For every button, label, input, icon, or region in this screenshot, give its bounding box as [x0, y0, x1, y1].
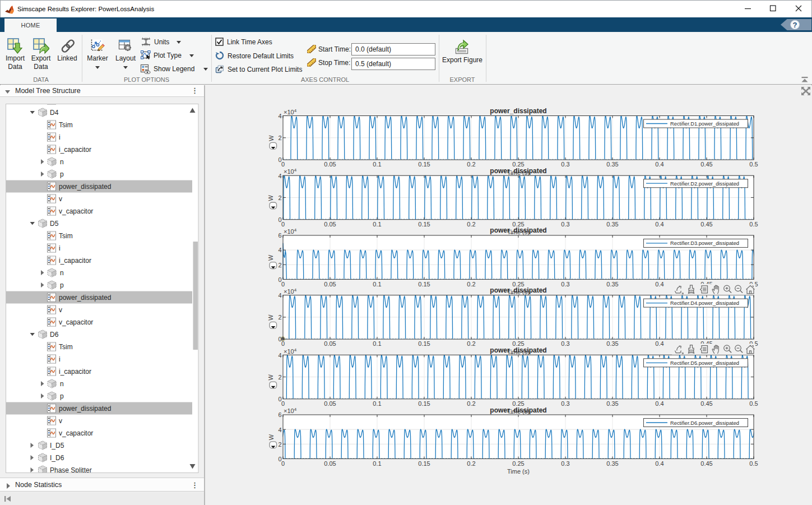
- svg-text:power_dissipated: power_dissipated: [490, 107, 546, 115]
- svg-text:4: 4: [278, 427, 281, 433]
- svg-text:power_dissipated: power_dissipated: [490, 346, 546, 354]
- svg-text:0.3: 0.3: [561, 161, 569, 168]
- svg-text:2: 2: [278, 314, 281, 321]
- svg-text:0.5: 0.5: [749, 221, 758, 228]
- svg-text:0.2: 0.2: [467, 161, 475, 168]
- svg-text:0.4: 0.4: [655, 400, 663, 407]
- svg-text:W: W: [268, 374, 275, 380]
- svg-text:0.5: 0.5: [749, 460, 758, 467]
- svg-text:0.05: 0.05: [324, 460, 336, 467]
- svg-text:0.45: 0.45: [700, 161, 712, 168]
- svg-text:6: 6: [278, 232, 281, 239]
- svg-text:0.05: 0.05: [324, 340, 336, 347]
- svg-text:4: 4: [278, 247, 281, 253]
- svg-text:0.15: 0.15: [418, 281, 430, 288]
- svg-text:×104: ×104: [284, 348, 297, 355]
- svg-text:0: 0: [281, 460, 285, 467]
- svg-text:power_dissipated: power_dissipated: [490, 406, 546, 414]
- svg-text:0.15: 0.15: [418, 340, 430, 347]
- svg-text:power_dissipated: power_dissipated: [490, 286, 546, 294]
- svg-text:2: 2: [278, 135, 281, 141]
- svg-text:0.3: 0.3: [561, 221, 569, 228]
- svg-text:0.45: 0.45: [700, 400, 712, 407]
- svg-text:Time (s): Time (s): [507, 468, 530, 475]
- svg-text:0.35: 0.35: [606, 400, 618, 407]
- svg-text:0.4: 0.4: [655, 221, 663, 228]
- svg-text:0.45: 0.45: [700, 460, 712, 467]
- svg-text:4: 4: [278, 352, 281, 359]
- svg-text:W: W: [268, 194, 275, 201]
- svg-text:Rectifier.D1.power_dissipated: Rectifier.D1.power_dissipated: [670, 121, 739, 127]
- svg-text:0.1: 0.1: [373, 340, 381, 347]
- svg-text:0.05: 0.05: [324, 281, 336, 288]
- svg-text:0: 0: [278, 216, 281, 223]
- svg-text:×104: ×104: [284, 288, 297, 295]
- svg-text:×104: ×104: [284, 108, 297, 115]
- svg-text:0: 0: [278, 456, 281, 462]
- svg-text:0: 0: [281, 281, 285, 288]
- svg-text:0.4: 0.4: [655, 281, 663, 288]
- svg-text:0.45: 0.45: [700, 221, 712, 228]
- svg-text:W: W: [268, 434, 275, 440]
- svg-text:0.35: 0.35: [606, 460, 618, 467]
- svg-text:0.05: 0.05: [324, 161, 336, 168]
- svg-text:Rectifier.D5.power_dissipated: Rectifier.D5.power_dissipated: [670, 360, 739, 366]
- svg-text:Rectifier.D3.power_dissipated: Rectifier.D3.power_dissipated: [670, 240, 739, 246]
- svg-text:6: 6: [278, 411, 281, 418]
- svg-text:0.1: 0.1: [373, 400, 381, 407]
- svg-text:0.2: 0.2: [467, 400, 475, 407]
- svg-text:0.1: 0.1: [373, 221, 381, 228]
- svg-text:0.25: 0.25: [512, 460, 524, 467]
- svg-text:×104: ×104: [284, 168, 297, 175]
- svg-text:0: 0: [278, 276, 281, 283]
- svg-text:0.4: 0.4: [655, 340, 663, 347]
- svg-text:4: 4: [278, 292, 281, 299]
- svg-text:0.3: 0.3: [561, 340, 569, 347]
- svg-text:0.35: 0.35: [606, 221, 618, 228]
- svg-text:Rectifier.D2.power_dissipated: Rectifier.D2.power_dissipated: [670, 181, 739, 187]
- svg-text:0: 0: [278, 156, 281, 163]
- svg-text:W: W: [268, 314, 275, 321]
- svg-text:0.4: 0.4: [655, 460, 663, 467]
- svg-text:0.5: 0.5: [749, 161, 758, 168]
- svg-text:0.3: 0.3: [561, 281, 569, 288]
- svg-text:0.3: 0.3: [561, 400, 569, 407]
- svg-text:power_dissipated: power_dissipated: [490, 226, 546, 234]
- svg-text:0.2: 0.2: [467, 281, 475, 288]
- svg-text:0: 0: [281, 221, 285, 228]
- svg-text:0.4: 0.4: [655, 161, 663, 168]
- svg-text:0: 0: [278, 396, 281, 402]
- svg-text:Rectifier.D6.power_dissipated: Rectifier.D6.power_dissipated: [670, 420, 739, 426]
- svg-text:0: 0: [281, 340, 285, 347]
- svg-text:0.1: 0.1: [373, 161, 381, 168]
- svg-text:2: 2: [278, 374, 281, 381]
- svg-text:Rectifier.D4.power_dissipated: Rectifier.D4.power_dissipated: [670, 300, 739, 306]
- svg-text:0.15: 0.15: [418, 161, 430, 168]
- svg-text:W: W: [268, 135, 275, 141]
- svg-text:0.1: 0.1: [373, 460, 381, 467]
- svg-text:×104: ×104: [284, 228, 297, 235]
- svg-text:0.2: 0.2: [467, 221, 475, 228]
- svg-text:0: 0: [281, 161, 285, 168]
- svg-text:0.2: 0.2: [467, 340, 475, 347]
- svg-text:0: 0: [281, 400, 285, 407]
- svg-text:0.1: 0.1: [373, 281, 381, 288]
- svg-text:W: W: [268, 254, 275, 261]
- svg-text:2: 2: [278, 194, 281, 201]
- svg-text:0.15: 0.15: [418, 400, 430, 407]
- svg-text:0: 0: [278, 336, 281, 342]
- svg-text:0.35: 0.35: [606, 281, 618, 288]
- svg-text:0.05: 0.05: [324, 400, 336, 407]
- svg-text:0.3: 0.3: [561, 460, 569, 467]
- svg-text:×104: ×104: [284, 407, 297, 414]
- svg-text:2: 2: [278, 262, 281, 268]
- svg-text:4: 4: [278, 113, 281, 119]
- svg-text:0.15: 0.15: [418, 460, 430, 467]
- svg-text:2: 2: [278, 441, 281, 448]
- svg-text:0.2: 0.2: [467, 460, 475, 467]
- svg-text:0.05: 0.05: [324, 221, 336, 228]
- svg-text:4: 4: [278, 173, 281, 179]
- svg-text:0.35: 0.35: [606, 161, 618, 168]
- svg-text:power_dissipated: power_dissipated: [490, 167, 546, 175]
- svg-text:0.15: 0.15: [418, 221, 430, 228]
